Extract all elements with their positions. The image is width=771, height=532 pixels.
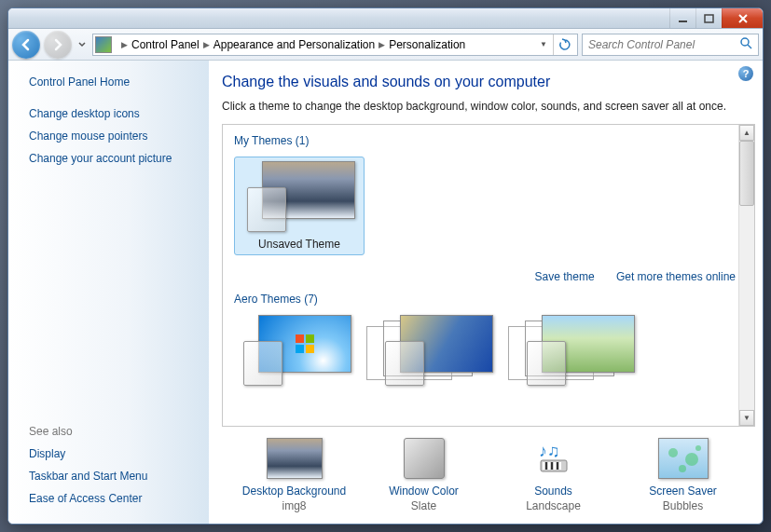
svg-rect-12 [551, 462, 553, 470]
refresh-button[interactable] [553, 34, 575, 55]
screen-saver-item[interactable]: Screen Saver Bubbles [623, 438, 744, 512]
vertical-scrollbar[interactable]: ▲ ▼ [738, 125, 754, 426]
desktop-background-icon [267, 438, 323, 479]
chevron-right-icon: ▶ [203, 40, 210, 49]
theme-action-links: Save theme Get more themes online [234, 266, 743, 291]
svg-point-16 [668, 448, 678, 457]
svg-rect-3 [296, 334, 304, 343]
svg-rect-10 [545, 462, 547, 470]
titlebar[interactable] [8, 8, 763, 29]
aero-themes-row [234, 309, 743, 397]
search-input[interactable] [588, 38, 739, 51]
scroll-thumb[interactable] [739, 141, 754, 206]
svg-rect-13 [554, 462, 556, 470]
search-icon[interactable] [739, 36, 752, 52]
scroll-down-button[interactable]: ▼ [739, 410, 754, 426]
theme-thumb [243, 161, 355, 232]
theme-thumb [381, 315, 493, 386]
sidebar-link-account-picture[interactable]: Change your account picture [29, 152, 200, 165]
svg-point-19 [695, 445, 701, 451]
main-panel: ? Change the visuals and sounds on your … [209, 61, 763, 524]
svg-point-18 [679, 465, 686, 472]
nav-history-dropdown[interactable] [76, 42, 89, 48]
sounds-value: Landscape [493, 499, 614, 512]
content: Control Panel Home Change desktop icons … [8, 61, 763, 524]
my-themes-row: Unsaved Theme [234, 151, 743, 266]
search-bar[interactable] [582, 34, 759, 56]
chevron-right-icon: ▶ [121, 40, 128, 49]
svg-rect-6 [306, 345, 314, 353]
sounds-label: Sounds [493, 484, 614, 498]
svg-point-2 [741, 38, 749, 46]
theme-list: My Themes (1) Unsaved Theme Save theme [222, 124, 755, 427]
control-panel-icon [95, 36, 112, 53]
control-panel-home-link[interactable]: Control Panel Home [29, 75, 200, 89]
window-color-icon [404, 438, 445, 479]
address-tail: ▼ [534, 34, 575, 55]
aero-themes-header: Aero Themes (7) [234, 291, 743, 309]
desktop-background-value: img8 [234, 499, 355, 512]
window-color-value: Slate [364, 499, 485, 512]
sidebar-link-mouse-pointers[interactable]: Change mouse pointers [29, 130, 200, 143]
svg-rect-11 [548, 462, 550, 470]
svg-rect-15 [559, 462, 561, 470]
get-more-themes-link[interactable]: Get more themes online [616, 270, 736, 283]
see-also-label: See also [29, 425, 200, 438]
scroll-up-button[interactable]: ▲ [739, 125, 754, 141]
window-controls [669, 8, 763, 28]
see-also-ease-of-access[interactable]: Ease of Access Center [29, 492, 200, 505]
theme-windows7[interactable] [234, 315, 357, 386]
close-button[interactable] [722, 8, 763, 28]
breadcrumb-seg-2[interactable]: Appearance and Personalization [213, 38, 375, 51]
sounds-item[interactable]: ♪♫ Sounds Landscape [493, 438, 614, 512]
screen-saver-label: Screen Saver [623, 484, 744, 498]
page-subtitle: Click a theme to change the desktop back… [222, 100, 755, 113]
svg-rect-4 [306, 334, 314, 343]
svg-text:♪♫: ♪♫ [539, 442, 560, 460]
my-themes-header: My Themes (1) [234, 132, 743, 151]
forward-button[interactable] [44, 31, 72, 59]
theme-label: Unsaved Theme [239, 238, 360, 251]
theme-thumb [240, 315, 351, 386]
theme-architecture[interactable] [376, 315, 499, 386]
settings-row: Desktop Background img8 Window Color Sla… [222, 427, 755, 516]
svg-rect-14 [557, 462, 558, 470]
navbar: ▶ Control Panel ▶ Appearance and Persona… [8, 29, 763, 61]
see-also-taskbar[interactable]: Taskbar and Start Menu [29, 470, 200, 483]
desktop-background-item[interactable]: Desktop Background img8 [234, 438, 355, 512]
svg-rect-9 [543, 462, 544, 470]
window-color-label: Window Color [364, 484, 485, 498]
address-bar[interactable]: ▶ Control Panel ▶ Appearance and Persona… [92, 34, 578, 56]
address-dropdown[interactable]: ▼ [534, 40, 553, 48]
window: ▶ Control Panel ▶ Appearance and Persona… [7, 7, 764, 525]
help-icon[interactable]: ? [738, 66, 753, 81]
breadcrumb-seg-3[interactable]: Personalization [389, 38, 465, 51]
sounds-icon: ♪♫ [526, 438, 582, 479]
screen-saver-value: Bubbles [623, 499, 744, 512]
theme-unsaved[interactable]: Unsaved Theme [234, 157, 365, 255]
svg-rect-0 [679, 20, 687, 22]
sidebar-link-desktop-icons[interactable]: Change desktop icons [29, 107, 200, 120]
maximize-button[interactable] [695, 8, 722, 28]
window-color-item[interactable]: Window Color Slate [364, 438, 485, 512]
svg-rect-5 [296, 345, 304, 353]
back-button[interactable] [12, 31, 40, 59]
see-also-display[interactable]: Display [29, 447, 200, 460]
breadcrumb-seg-1[interactable]: Control Panel [131, 38, 200, 51]
svg-point-17 [685, 453, 698, 466]
screen-saver-icon [658, 438, 709, 479]
svg-rect-1 [705, 15, 713, 22]
save-theme-link[interactable]: Save theme [535, 270, 595, 283]
page-title: Change the visuals and sounds on your co… [222, 74, 755, 90]
theme-characters[interactable] [517, 315, 640, 386]
minimize-button[interactable] [669, 8, 695, 28]
theme-thumb [523, 315, 635, 386]
chevron-right-icon: ▶ [379, 40, 385, 49]
desktop-background-label: Desktop Background [234, 484, 355, 498]
sidebar: Control Panel Home Change desktop icons … [8, 61, 209, 524]
